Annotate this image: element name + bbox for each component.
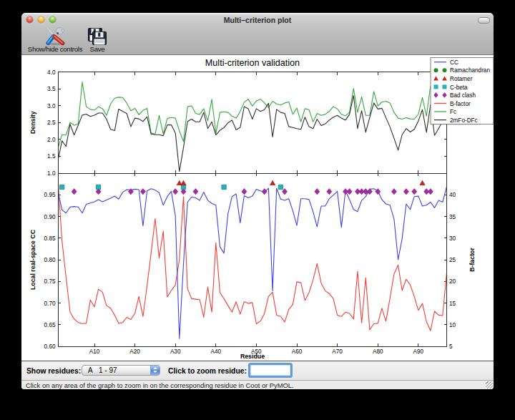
svg-text:A30: A30 xyxy=(170,348,181,355)
svg-text:2mFo-DFc: 2mFo-DFc xyxy=(450,117,478,124)
svg-text:A40: A40 xyxy=(211,348,222,355)
svg-text:0.65: 0.65 xyxy=(44,322,56,328)
svg-text:3.5: 3.5 xyxy=(47,86,56,92)
svg-text:A20: A20 xyxy=(129,348,140,355)
svg-text:0.80: 0.80 xyxy=(44,257,56,263)
svg-text:A60: A60 xyxy=(292,348,303,355)
svg-text:Density: Density xyxy=(29,111,36,134)
svg-text:Residue: Residue xyxy=(240,353,265,360)
svg-text:35: 35 xyxy=(449,214,456,220)
svg-text:B-factor: B-factor xyxy=(450,101,471,107)
svg-text:30: 30 xyxy=(449,235,456,242)
svg-text:Fc: Fc xyxy=(450,109,456,115)
svg-text:2.5: 2.5 xyxy=(47,119,56,126)
svg-text:3.0: 3.0 xyxy=(47,103,56,109)
svg-text:Bad clash: Bad clash xyxy=(450,92,476,99)
svg-text:0.95: 0.95 xyxy=(44,192,56,198)
svg-text:20: 20 xyxy=(449,278,456,285)
svg-text:0.85: 0.85 xyxy=(44,235,56,242)
svg-text:0.60: 0.60 xyxy=(44,343,56,350)
svg-text:Local real-space CC: Local real-space CC xyxy=(29,229,36,290)
svg-text:1.5: 1.5 xyxy=(47,153,56,160)
svg-text:0.70: 0.70 xyxy=(44,301,56,307)
svg-text:Rotamer: Rotamer xyxy=(450,76,473,82)
svg-text:A80: A80 xyxy=(373,348,383,355)
svg-text:0.90: 0.90 xyxy=(44,214,56,220)
svg-text:5: 5 xyxy=(449,343,453,350)
svg-text:0.75: 0.75 xyxy=(44,278,56,285)
svg-text:Multi-criterion validation: Multi-criterion validation xyxy=(205,58,300,68)
svg-text:40: 40 xyxy=(449,192,456,198)
svg-text:B-factor: B-factor xyxy=(469,248,476,272)
svg-text:Ramachandran: Ramachandran xyxy=(450,67,490,74)
svg-text:C-beta: C-beta xyxy=(450,84,468,91)
svg-text:4.0: 4.0 xyxy=(47,69,56,76)
svg-text:CC: CC xyxy=(450,59,458,66)
svg-text:25: 25 xyxy=(449,257,456,263)
svg-text:15: 15 xyxy=(449,301,456,307)
svg-text:10: 10 xyxy=(449,322,456,328)
svg-text:1.0: 1.0 xyxy=(47,170,56,177)
svg-text:A90: A90 xyxy=(413,348,424,355)
svg-text:A70: A70 xyxy=(332,348,343,355)
svg-text:2.0: 2.0 xyxy=(47,137,56,143)
svg-text:A10: A10 xyxy=(89,348,100,355)
